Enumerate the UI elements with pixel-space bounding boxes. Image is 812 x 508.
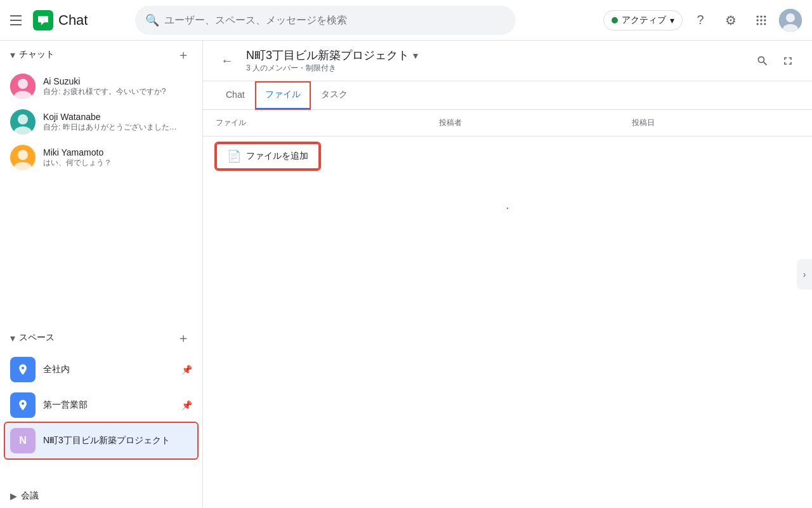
chats-section-left: ▾ チャット (10, 49, 55, 61)
spaces-section-label: スペース (19, 332, 55, 344)
pin-icon-zenshain: 📌 (181, 364, 192, 375)
chat-item-miki-yamamoto[interactable]: Miki Yamamoto はい、何でしょう？ (0, 140, 202, 175)
space-dropdown-arrow[interactable]: ▾ (413, 50, 418, 62)
settings-button[interactable]: ⚙ (718, 8, 743, 33)
search-space-icon (756, 55, 769, 67)
chat-preview-ai-suzuki: 自分: お疲れ様です。今いいですか? (43, 86, 192, 97)
files-table: ファイル 投稿者 投稿日 📄 ファイルを追加 (203, 110, 812, 240)
gear-icon: ⚙ (725, 13, 737, 28)
content-header-actions (751, 50, 799, 72)
add-space-button[interactable]: ＋ (174, 329, 192, 347)
spaces-chevron-icon: ▾ (10, 332, 15, 344)
chat-preview-koji-watanabe: 自分: 昨日はありがとうございました… (43, 122, 192, 133)
chat-info-miki-yamamoto: Miki Yamamoto はい、何でしょう？ (43, 147, 192, 168)
space-icon-daiichi (10, 392, 36, 418)
back-button[interactable]: ← (216, 50, 239, 72)
chat-item-koji-watanabe[interactable]: Koji Watanabe 自分: 昨日はありがとうございました… (0, 104, 202, 140)
tabs-bar: Chat ファイル タスク (203, 81, 812, 110)
spaces-section-left: ▾ スペース (10, 332, 55, 344)
chats-section-header[interactable]: ▾ チャット ＋ (0, 41, 202, 69)
svg-point-14 (18, 79, 28, 89)
files-area: ファイル 投稿者 投稿日 📄 ファイルを追加 (203, 110, 812, 508)
svg-point-3 (764, 15, 766, 17)
help-button[interactable]: ? (688, 8, 713, 33)
top-header: Chat 🔍 アクティブ ▾ ? ⚙ (0, 0, 812, 41)
chat-info-ai-suzuki: Ai Suzuki 自分: お疲れ様です。今いいですか? (43, 76, 192, 97)
space-header-subtitle: 3 人のメンバー・制限付き (246, 63, 743, 74)
add-file-label: ファイルを追加 (246, 150, 308, 162)
col-date: 投稿日 (619, 110, 812, 137)
svg-point-8 (760, 23, 762, 25)
search-input[interactable] (164, 15, 506, 26)
app-logo[interactable]: Chat (33, 10, 88, 30)
space-name-zenshain: 全社内 (43, 364, 174, 375)
sidebar: ▾ チャット ＋ Ai Suzuki 自分: お疲れ様です。今いいですか? (0, 41, 203, 508)
chats-chevron-icon: ▾ (10, 49, 15, 61)
avatar-koji-watanabe (10, 109, 36, 135)
status-dot (612, 17, 618, 23)
col-file: ファイル (203, 110, 426, 137)
svg-point-5 (760, 19, 762, 21)
svg-point-1 (756, 15, 758, 17)
empty-dot: · (506, 201, 509, 214)
svg-point-7 (756, 23, 758, 25)
avatar-ai-suzuki (10, 74, 36, 99)
space-item-n-project[interactable]: N N町3丁目ビル新築プロジェクト (5, 423, 197, 458)
meetings-section[interactable]: ▶ 会議 (0, 484, 202, 508)
apps-button[interactable] (749, 8, 774, 33)
tab-tasks[interactable]: タスク (311, 81, 358, 110)
space-header-name: N町3丁目ビル新築プロジェクト (246, 48, 409, 63)
add-chat-button[interactable]: ＋ (174, 46, 192, 64)
svg-point-2 (760, 15, 762, 17)
add-file-button[interactable]: 📄 ファイルを追加 (216, 143, 320, 170)
search-icon: 🔍 (145, 13, 159, 27)
chat-logo-icon (33, 10, 53, 30)
spaces-section-header[interactable]: ▾ スペース ＋ (0, 324, 202, 352)
status-label: アクティブ (622, 15, 666, 26)
pin-icon-daiichi: 📌 (181, 400, 192, 410)
svg-point-20 (18, 150, 28, 160)
grid-icon (755, 14, 768, 27)
search-bar: 🔍 (135, 6, 516, 35)
chats-section-label: チャット (19, 49, 55, 60)
chat-item-ai-suzuki[interactable]: Ai Suzuki 自分: お疲れ様です。今いいですか? (0, 69, 202, 104)
tab-chat[interactable]: Chat (216, 82, 255, 109)
content-area: ← N町3丁目ビル新築プロジェクト ▾ 3 人のメンバー・制限付き (203, 41, 812, 508)
svg-point-17 (18, 114, 28, 124)
header-right: アクティブ ▾ ? ⚙ (603, 8, 802, 33)
help-icon: ? (697, 13, 704, 27)
file-add-icon: 📄 (227, 149, 241, 163)
tab-files[interactable]: ファイル (255, 81, 311, 110)
col-author: 投稿者 (426, 110, 619, 137)
search-in-space-button[interactable] (751, 50, 774, 72)
collapse-panel-button[interactable]: › (797, 259, 812, 290)
svg-point-9 (764, 23, 766, 25)
menu-icon[interactable] (10, 13, 25, 28)
collapse-arrow-icon: › (803, 269, 806, 279)
space-name-daiichi: 第一営業部 (43, 399, 174, 411)
space-header-title: N町3丁目ビル新築プロジェクト ▾ (246, 48, 743, 63)
space-header-info: N町3丁目ビル新築プロジェクト ▾ 3 人のメンバー・制限付き (246, 48, 743, 74)
status-button[interactable]: アクティブ ▾ (603, 10, 683, 30)
content-header: ← N町3丁目ビル新築プロジェクト ▾ 3 人のメンバー・制限付き (203, 41, 812, 81)
space-item-zenshain[interactable]: 全社内 📌 (0, 352, 202, 387)
empty-content-row: · (203, 176, 812, 240)
meetings-label: 会議 (21, 490, 39, 502)
app-title: Chat (58, 12, 88, 29)
files-table-header: ファイル 投稿者 投稿日 (203, 110, 812, 137)
expand-button[interactable] (776, 50, 799, 72)
user-avatar[interactable] (779, 9, 802, 32)
space-item-daiichi[interactable]: 第一営業部 📌 (0, 387, 202, 423)
chat-preview-miki-yamamoto: はい、何でしょう？ (43, 157, 192, 168)
svg-point-6 (764, 19, 766, 21)
main-layout: ▾ チャット ＋ Ai Suzuki 自分: お疲れ様です。今いいですか? (0, 41, 812, 508)
status-chevron-icon: ▾ (670, 15, 674, 25)
space-name-n-project: N町3丁目ビル新築プロジェクト (43, 435, 192, 446)
expand-icon (782, 55, 794, 67)
space-icon-n-project: N (10, 428, 36, 453)
chat-name-koji-watanabe: Koji Watanabe (43, 112, 192, 122)
chat-name-ai-suzuki: Ai Suzuki (43, 76, 192, 86)
meetings-chevron-icon: ▶ (10, 491, 17, 501)
svg-point-4 (756, 19, 758, 21)
svg-point-11 (786, 13, 795, 22)
